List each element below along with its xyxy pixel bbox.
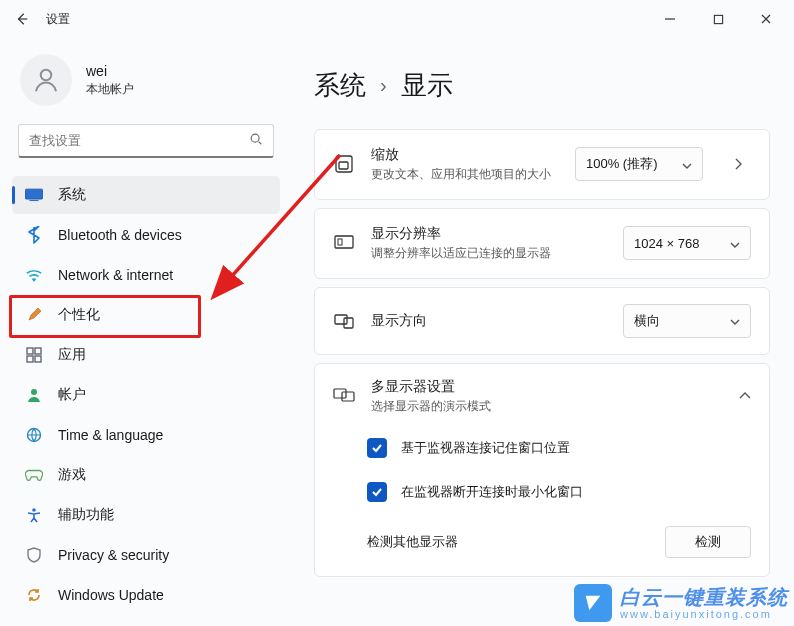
orientation-icon (333, 310, 355, 332)
avatar (20, 54, 72, 106)
chevron-right-icon: › (380, 74, 387, 97)
svg-point-12 (32, 508, 36, 512)
orientation-title: 显示方向 (371, 312, 607, 330)
svg-point-10 (31, 389, 37, 395)
svg-rect-19 (334, 389, 346, 398)
chevron-down-icon (682, 157, 692, 172)
checkbox-label: 基于监视器连接记住窗口位置 (401, 439, 570, 457)
wifi-icon (24, 265, 44, 285)
sidebar-item-personalization[interactable]: 个性化 (12, 296, 280, 334)
svg-rect-4 (30, 200, 39, 201)
watermark-logo-icon (574, 584, 612, 622)
detect-button[interactable]: 检测 (665, 526, 751, 558)
multi-title: 多显示器设置 (371, 378, 723, 396)
scale-title: 缩放 (371, 146, 559, 164)
resolution-title: 显示分辨率 (371, 225, 607, 243)
brush-icon (24, 305, 44, 325)
scale-dropdown[interactable]: 100% (推荐) (575, 147, 703, 181)
sidebar-item-update[interactable]: Windows Update (12, 576, 280, 614)
nav-list: 系统 Bluetooth & devices Network & interne… (12, 176, 280, 616)
breadcrumb-root[interactable]: 系统 (314, 68, 366, 103)
system-icon (24, 185, 44, 205)
search-icon (249, 132, 263, 149)
main-content: 系统 › 显示 缩放 更改文本、应用和其他项目的大小 100% (推荐) (290, 38, 794, 626)
window-controls (660, 9, 784, 29)
back-button[interactable] (10, 7, 34, 31)
chevron-down-icon (730, 313, 740, 328)
sidebar-item-label: Network & internet (58, 267, 173, 283)
orientation-dropdown[interactable]: 横向 (623, 304, 751, 338)
search-box[interactable] (18, 124, 274, 158)
chevron-down-icon (730, 236, 740, 251)
detect-row: 检测其他显示器 检测 (333, 514, 751, 558)
globe-icon (24, 425, 44, 445)
svg-rect-16 (338, 239, 342, 245)
search-input[interactable] (29, 133, 249, 148)
svg-rect-0 (714, 15, 722, 23)
sidebar-item-system[interactable]: 系统 (12, 176, 280, 214)
scale-icon (333, 153, 355, 175)
svg-rect-6 (27, 348, 33, 354)
chevron-up-icon[interactable] (739, 388, 751, 403)
sidebar-item-privacy[interactable]: Privacy & security (12, 536, 280, 574)
breadcrumb-current: 显示 (401, 68, 453, 103)
multi-desc: 选择显示器的演示模式 (371, 398, 723, 415)
sidebar-item-network[interactable]: Network & internet (12, 256, 280, 294)
checkbox-checked-icon[interactable] (367, 438, 387, 458)
watermark-main: 白云一键重装系统 (620, 586, 788, 608)
card-resolution[interactable]: 显示分辨率 调整分辨率以适应已连接的显示器 1024 × 768 (314, 208, 770, 279)
watermark-sub: www.baiyunxitong.com (620, 608, 788, 620)
user-texts: wei 本地帐户 (86, 63, 134, 98)
sidebar-item-label: 个性化 (58, 306, 100, 324)
orientation-value: 横向 (634, 312, 660, 330)
sidebar-item-bluetooth[interactable]: Bluetooth & devices (12, 216, 280, 254)
multi-monitor-icon (333, 385, 355, 407)
svg-rect-18 (344, 318, 353, 328)
title-bar: 设置 (0, 0, 794, 38)
breadcrumb: 系统 › 显示 (314, 68, 770, 103)
sidebar-item-label: Bluetooth & devices (58, 227, 182, 243)
user-block[interactable]: wei 本地帐户 (12, 54, 280, 106)
person-icon (24, 385, 44, 405)
bluetooth-icon (24, 225, 44, 245)
svg-rect-20 (342, 392, 354, 401)
checkbox-row-remember[interactable]: 基于监视器连接记住窗口位置 (333, 426, 751, 470)
svg-rect-3 (25, 189, 42, 199)
svg-rect-9 (35, 356, 41, 362)
card-orientation[interactable]: 显示方向 横向 (314, 287, 770, 355)
resolution-value: 1024 × 768 (634, 236, 699, 251)
user-subtitle: 本地帐户 (86, 81, 134, 98)
sidebar-item-apps[interactable]: 应用 (12, 336, 280, 374)
close-button[interactable] (756, 9, 776, 29)
sidebar-item-accounts[interactable]: 帐户 (12, 376, 280, 414)
sidebar: wei 本地帐户 系统 Bluetooth & devices (0, 38, 290, 626)
chevron-right-icon[interactable] (725, 151, 751, 177)
card-scale[interactable]: 缩放 更改文本、应用和其他项目的大小 100% (推荐) (314, 129, 770, 200)
resolution-dropdown[interactable]: 1024 × 768 (623, 226, 751, 260)
sidebar-item-label: 帐户 (58, 386, 86, 404)
maximize-button[interactable] (708, 9, 728, 29)
sidebar-item-label: Privacy & security (58, 547, 169, 563)
sidebar-item-label: Time & language (58, 427, 163, 443)
checkbox-row-minimize[interactable]: 在监视器断开连接时最小化窗口 (333, 470, 751, 514)
layout: wei 本地帐户 系统 Bluetooth & devices (0, 38, 794, 626)
apps-icon (24, 345, 44, 365)
sidebar-item-gaming[interactable]: 游戏 (12, 456, 280, 494)
scale-desc: 更改文本、应用和其他项目的大小 (371, 166, 559, 183)
svg-rect-8 (27, 356, 33, 362)
checkbox-checked-icon[interactable] (367, 482, 387, 502)
card-multi-monitor: 多显示器设置 选择显示器的演示模式 基于监视器连接记住窗口位置 在监视器断开连接… (314, 363, 770, 578)
svg-rect-7 (35, 348, 41, 354)
watermark: 白云一键重装系统 www.baiyunxitong.com (574, 584, 788, 622)
shield-icon (24, 545, 44, 565)
resolution-desc: 调整分辨率以适应已连接的显示器 (371, 245, 607, 262)
sidebar-item-label: Windows Update (58, 587, 164, 603)
checkbox-label: 在监视器断开连接时最小化窗口 (401, 483, 583, 501)
accessibility-icon (24, 505, 44, 525)
svg-rect-14 (339, 162, 348, 169)
sidebar-item-time[interactable]: Time & language (12, 416, 280, 454)
minimize-button[interactable] (660, 9, 680, 29)
sidebar-item-accessibility[interactable]: 辅助功能 (12, 496, 280, 534)
svg-rect-17 (335, 315, 347, 324)
svg-point-1 (41, 70, 52, 81)
